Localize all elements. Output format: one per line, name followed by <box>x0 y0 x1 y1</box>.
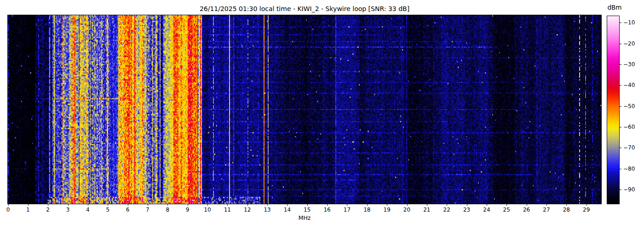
colorbar-tick-label: −60 <box>623 124 635 130</box>
colorbar-tick-label: −70 <box>623 144 635 151</box>
spectrogram-title: 26/11/2025 01:30 local time - KIWI_2 - S… <box>8 5 601 12</box>
x-tick-label: 22 <box>443 207 450 213</box>
x-tick <box>267 204 268 206</box>
colorbar-tick <box>619 64 621 65</box>
x-tick-label: 14 <box>284 207 291 213</box>
x-tick-label: 28 <box>563 207 570 213</box>
x-tick-label: 1 <box>26 207 30 213</box>
waterfall-spectrogram-canvas <box>8 15 601 204</box>
x-tick-label: 24 <box>483 207 490 213</box>
x-tick-label: 11 <box>224 207 231 213</box>
x-tick-label: 29 <box>583 207 590 213</box>
x-tick <box>367 204 368 206</box>
x-tick <box>506 204 507 206</box>
x-tick-label: 4 <box>86 207 90 213</box>
x-tick <box>227 204 228 206</box>
x-tick-label: 5 <box>106 207 109 213</box>
colorbar-tick <box>619 190 621 190</box>
x-tick-label: 8 <box>166 207 169 213</box>
x-tick <box>148 204 148 206</box>
colorbar-gradient <box>607 16 619 204</box>
x-tick <box>128 204 128 206</box>
colorbar-tick <box>619 106 621 107</box>
x-tick <box>188 204 188 206</box>
x-tick-label: 19 <box>384 207 391 213</box>
x-tick <box>8 204 9 206</box>
x-tick-label: 21 <box>423 207 430 213</box>
x-tick-label: 6 <box>126 207 130 213</box>
x-tick-label: 27 <box>543 207 550 213</box>
x-tick <box>327 204 328 206</box>
colorbar-tick-label: −10 <box>623 19 635 26</box>
x-tick-label: 15 <box>304 207 310 213</box>
colorbar-tick <box>619 169 621 169</box>
x-tick-label: 23 <box>463 207 470 213</box>
x-tick-label: 0 <box>6 207 10 213</box>
spectrogram-figure: 26/11/2025 01:30 local time - KIWI_2 - S… <box>0 0 644 230</box>
x-tick-label: 9 <box>186 207 190 213</box>
x-tick-label: 2 <box>46 207 50 213</box>
colorbar-tick <box>619 44 621 44</box>
colorbar-tick <box>619 85 621 86</box>
x-tick <box>207 204 208 206</box>
colorbar-unit-label: dBm <box>604 4 626 11</box>
x-tick <box>427 204 427 206</box>
colorbar-tick-label: −50 <box>623 103 635 109</box>
x-tick <box>566 204 567 206</box>
colorbar-tick <box>619 23 621 23</box>
x-tick-label: 17 <box>344 207 351 213</box>
x-tick <box>247 204 248 206</box>
x-tick-label: 20 <box>403 207 410 213</box>
colorbar-tick-label: −20 <box>623 40 635 47</box>
colorbar-tick-label: −40 <box>623 82 635 88</box>
x-tick <box>68 204 69 206</box>
x-tick <box>546 204 547 206</box>
x-tick-label: 16 <box>323 207 330 213</box>
x-tick <box>347 204 347 206</box>
colorbar-tick-label: −80 <box>623 166 635 172</box>
x-axis-unit-label: MHz <box>8 215 601 221</box>
colorbar <box>607 16 620 204</box>
x-tick <box>387 204 387 206</box>
colorbar-tick-label: −90 <box>623 186 635 193</box>
x-tick <box>527 204 527 206</box>
x-tick-label: 10 <box>204 207 211 213</box>
x-tick <box>28 204 29 206</box>
colorbar-tick <box>619 127 621 127</box>
x-tick-label: 7 <box>146 207 150 213</box>
x-tick <box>407 204 408 206</box>
x-tick-label: 13 <box>264 207 270 213</box>
x-tick <box>167 204 168 206</box>
x-tick <box>487 204 487 206</box>
x-tick-label: 3 <box>66 207 70 213</box>
colorbar-tick <box>619 148 621 148</box>
x-tick-label: 25 <box>503 207 510 213</box>
x-tick-label: 26 <box>523 207 530 213</box>
colorbar-tick-label: −30 <box>623 61 635 68</box>
x-tick <box>48 204 48 206</box>
x-tick <box>467 204 467 206</box>
x-tick <box>108 204 108 206</box>
x-tick <box>447 204 447 206</box>
x-tick <box>307 204 308 206</box>
x-tick <box>88 204 88 206</box>
x-tick <box>586 204 587 206</box>
x-tick-label: 12 <box>244 207 251 213</box>
x-tick-label: 18 <box>363 207 370 213</box>
x-tick <box>287 204 288 206</box>
waterfall-plot-area <box>7 15 602 204</box>
